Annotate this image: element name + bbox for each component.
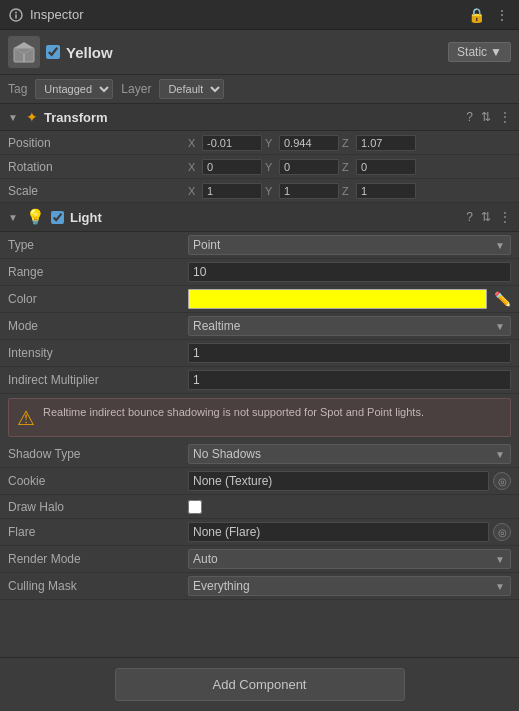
position-label: Position xyxy=(8,136,188,150)
scale-z-item: Z xyxy=(342,183,416,199)
scale-x-item: X xyxy=(188,183,262,199)
rotation-x-label: X xyxy=(188,161,200,173)
shadow-type-select[interactable]: No Shadows xyxy=(188,444,511,464)
light-icon: 💡 xyxy=(26,208,45,226)
type-select-wrapper: Point ▼ xyxy=(188,235,511,255)
transform-title: Transform xyxy=(44,110,460,125)
position-y-item: Y xyxy=(265,135,339,151)
rotation-z-item: Z xyxy=(342,159,416,175)
scale-z-input[interactable] xyxy=(356,183,416,199)
scale-x-input[interactable] xyxy=(202,183,262,199)
position-y-input[interactable] xyxy=(279,135,339,151)
cookie-picker-button[interactable]: ◎ xyxy=(493,472,511,490)
scale-label: Scale xyxy=(8,184,188,198)
tag-select[interactable]: Untagged xyxy=(35,79,113,99)
title-actions: 🔒 ⋮ xyxy=(466,7,511,23)
scale-row: Scale X Y Z xyxy=(0,179,519,203)
shadow-type-select-wrapper: No Shadows ▼ xyxy=(188,444,511,464)
rotation-z-input[interactable] xyxy=(356,159,416,175)
color-swatch[interactable] xyxy=(188,289,487,309)
layer-select[interactable]: Default xyxy=(159,79,224,99)
light-properties: Type Point ▼ Range Color ✏️ Mode Realtim… xyxy=(0,232,519,394)
intensity-input[interactable] xyxy=(188,343,511,363)
position-x-label: X xyxy=(188,137,200,149)
cookie-label: Cookie xyxy=(8,474,188,488)
menu-button[interactable]: ⋮ xyxy=(493,7,511,23)
transform-actions: ? ⇅ ⋮ xyxy=(466,110,511,124)
light-section-header[interactable]: ▼ 💡 Light ? ⇅ ⋮ xyxy=(0,203,519,232)
rotation-values: X Y Z xyxy=(188,159,511,175)
mode-select[interactable]: Realtime xyxy=(188,316,511,336)
bottom-area: Add Component xyxy=(0,657,519,711)
add-component-button[interactable]: Add Component xyxy=(115,668,405,701)
light-menu-button[interactable]: ⋮ xyxy=(499,210,511,224)
scale-y-label: Y xyxy=(265,185,277,197)
object-enabled-checkbox[interactable] xyxy=(46,45,60,59)
transform-settings-button[interactable]: ⇅ xyxy=(481,110,491,124)
title-bar: Inspector 🔒 ⋮ xyxy=(0,0,519,30)
render-mode-select[interactable]: Auto xyxy=(188,549,511,569)
indirect-multiplier-input[interactable] xyxy=(188,370,511,390)
object-header: Yellow Static ▼ xyxy=(0,30,519,75)
shadow-type-row: Shadow Type No Shadows ▼ xyxy=(0,441,519,468)
position-values: X Y Z xyxy=(188,135,511,151)
static-arrow-icon: ▼ xyxy=(490,45,502,59)
inspector-icon xyxy=(8,7,24,23)
warning-icon: ⚠ xyxy=(17,406,35,430)
rotation-x-input[interactable] xyxy=(202,159,262,175)
rotation-y-input[interactable] xyxy=(279,159,339,175)
tag-layer-row: Tag Untagged Layer Default xyxy=(0,75,519,104)
rotation-y-item: Y xyxy=(265,159,339,175)
light-enabled-checkbox[interactable] xyxy=(51,211,64,224)
cookie-input[interactable] xyxy=(188,471,489,491)
svg-marker-4 xyxy=(14,42,34,48)
range-input[interactable] xyxy=(188,262,511,282)
light-help-button[interactable]: ? xyxy=(466,210,473,224)
cookie-row: Cookie ◎ xyxy=(0,468,519,495)
color-label: Color xyxy=(8,292,188,306)
position-x-input[interactable] xyxy=(202,135,262,151)
rotation-y-label: Y xyxy=(265,161,277,173)
type-select[interactable]: Point xyxy=(188,235,511,255)
position-x-item: X xyxy=(188,135,262,151)
draw-halo-row: Draw Halo xyxy=(0,495,519,519)
color-picker-icon[interactable]: ✏️ xyxy=(494,291,511,307)
warning-box: ⚠ Realtime indirect bounce shadowing is … xyxy=(8,398,511,437)
flare-picker-button[interactable]: ◎ xyxy=(493,523,511,541)
draw-halo-checkbox[interactable] xyxy=(188,500,202,514)
shadow-type-label: Shadow Type xyxy=(8,447,188,461)
intensity-row: Intensity xyxy=(0,340,519,367)
light-actions: ? ⇅ ⋮ xyxy=(466,210,511,224)
tag-label: Tag xyxy=(8,82,27,96)
object-icon xyxy=(8,36,40,68)
lock-button[interactable]: 🔒 xyxy=(466,7,487,23)
scale-y-item: Y xyxy=(265,183,339,199)
flare-input[interactable] xyxy=(188,522,489,542)
rotation-row: Rotation X Y Z xyxy=(0,155,519,179)
mode-row: Mode Realtime ▼ xyxy=(0,313,519,340)
flare-row: Flare ◎ xyxy=(0,519,519,546)
indirect-multiplier-row: Indirect Multiplier xyxy=(0,367,519,394)
culling-mask-label: Culling Mask xyxy=(8,579,188,593)
transform-menu-button[interactable]: ⋮ xyxy=(499,110,511,124)
scale-x-label: X xyxy=(188,185,200,197)
position-z-input[interactable] xyxy=(356,135,416,151)
indirect-multiplier-label: Indirect Multiplier xyxy=(8,373,188,387)
position-z-label: Z xyxy=(342,137,354,149)
draw-halo-value xyxy=(188,500,511,514)
warning-text: Realtime indirect bounce shadowing is no… xyxy=(43,405,424,420)
static-button[interactable]: Static ▼ xyxy=(448,42,511,62)
scale-values: X Y Z xyxy=(188,183,511,199)
transform-help-button[interactable]: ? xyxy=(466,110,473,124)
transform-section-header[interactable]: ▼ ✦ Transform ? ⇅ ⋮ xyxy=(0,104,519,131)
mode-select-wrapper: Realtime ▼ xyxy=(188,316,511,336)
scale-y-input[interactable] xyxy=(279,183,339,199)
culling-mask-select-wrapper: Everything ▼ xyxy=(188,576,511,596)
light-settings-button[interactable]: ⇅ xyxy=(481,210,491,224)
svg-rect-2 xyxy=(15,14,17,18)
culling-mask-row: Culling Mask Everything ▼ xyxy=(0,573,519,600)
cookie-value: ◎ xyxy=(188,471,511,491)
position-y-label: Y xyxy=(265,137,277,149)
svg-point-1 xyxy=(15,11,17,13)
culling-mask-select[interactable]: Everything xyxy=(188,576,511,596)
